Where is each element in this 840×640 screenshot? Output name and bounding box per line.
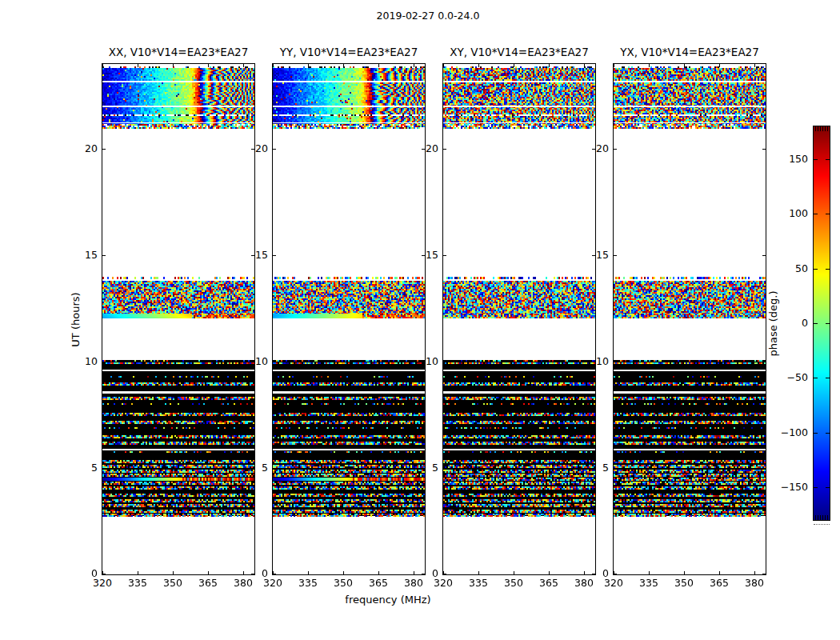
tick-mark: [762, 574, 766, 574]
y-tick-label: 10: [255, 355, 268, 368]
y-axis-label: UT (hours): [70, 264, 83, 376]
tick-mark: [102, 468, 106, 469]
tick-mark: [614, 255, 617, 256]
panel-title-yx: YX, V10*V14=EA23*EA27: [602, 46, 778, 58]
tick-mark: [614, 362, 617, 362]
tick-mark: [102, 362, 106, 362]
heatmap-panel-yy: [272, 63, 426, 575]
tick-mark: [208, 571, 209, 574]
y-tick-label: 10: [85, 355, 98, 368]
heatmap-canvas-yx: [614, 64, 766, 574]
tick-mark: [273, 64, 274, 67]
panel-title-xy: XY, V10*V14=EA23*EA27: [431, 46, 607, 58]
x-tick-label: 365: [703, 577, 735, 590]
y-tick-label: 0: [602, 567, 609, 580]
tick-mark: [414, 571, 414, 574]
tick-mark: [208, 64, 209, 67]
tick-mark: [762, 468, 766, 469]
tick-mark: [762, 255, 766, 256]
y-tick-label: 15: [85, 249, 98, 262]
colorbar-tick-label: −50: [787, 371, 808, 384]
x-tick-label: 350: [157, 577, 189, 590]
y-tick-label: 0: [91, 567, 98, 580]
y-tick-label: 5: [91, 462, 98, 474]
x-tick-label: 365: [192, 577, 224, 590]
x-axis-label: frequency (MHz): [268, 594, 508, 606]
tick-mark: [251, 468, 254, 469]
x-tick-label: 335: [462, 577, 494, 590]
y-tick-label: 5: [262, 462, 268, 474]
heatmap-panel-yx: [613, 63, 766, 575]
y-tick-label: 5: [432, 462, 438, 474]
tick-mark: [138, 64, 138, 67]
tick-mark: [378, 64, 379, 67]
tick-mark: [138, 571, 138, 574]
tick-mark: [719, 571, 720, 574]
tick-mark: [273, 149, 276, 150]
y-tick-label: 10: [596, 355, 609, 368]
tick-mark: [592, 362, 595, 362]
colorbar-bottom-dots: [814, 524, 830, 525]
tick-mark: [684, 571, 685, 574]
y-tick-label: 20: [255, 142, 268, 155]
tick-mark: [308, 64, 309, 67]
tick-mark: [273, 362, 276, 362]
tick-mark: [251, 574, 254, 574]
x-tick-label: 380: [738, 577, 770, 590]
y-tick-label: 20: [426, 142, 438, 155]
colorbar-tick-label: −150: [781, 481, 808, 494]
colorbar-gradient: [814, 126, 830, 520]
tick-mark: [102, 574, 106, 574]
tick-mark: [443, 64, 444, 67]
tick-mark: [754, 64, 755, 67]
tick-mark: [102, 255, 106, 256]
tick-mark: [614, 64, 614, 67]
tick-mark: [762, 362, 766, 362]
tick-mark: [273, 255, 276, 256]
tick-mark: [649, 571, 650, 574]
y-tick-label: 5: [602, 462, 609, 474]
tick-mark: [102, 149, 106, 150]
colorbar: [813, 126, 830, 521]
tick-mark: [592, 468, 595, 469]
heatmap-panel-xx: [102, 63, 255, 575]
tick-mark: [273, 468, 276, 469]
tick-mark: [514, 64, 514, 67]
tick-mark: [719, 64, 720, 67]
tick-mark: [422, 574, 425, 574]
tick-mark: [592, 149, 595, 150]
x-tick-label: 365: [362, 577, 394, 590]
y-tick-label: 20: [85, 142, 98, 155]
x-tick-label: 365: [533, 577, 565, 590]
tick-mark: [754, 571, 755, 574]
tick-mark: [614, 468, 617, 469]
tick-mark: [592, 574, 595, 574]
tick-mark: [592, 255, 595, 256]
figure: 2019-02-27 0.0-24.0 XX, V10*V14=EA23*EA2…: [0, 0, 840, 640]
tick-mark: [443, 149, 446, 150]
x-tick-label: 380: [398, 577, 430, 590]
x-tick-label: 335: [292, 577, 324, 590]
tick-mark: [251, 362, 254, 362]
tick-mark: [443, 255, 446, 256]
tick-mark: [414, 64, 414, 67]
heatmap-canvas-xy: [443, 64, 595, 574]
tick-mark: [308, 571, 309, 574]
tick-mark: [173, 571, 174, 574]
tick-mark: [102, 64, 103, 67]
tick-mark: [549, 571, 550, 574]
tick-mark: [443, 468, 446, 469]
tick-mark: [343, 571, 344, 574]
x-tick-label: 335: [122, 577, 154, 590]
tick-mark: [478, 64, 479, 67]
colorbar-label: phase (deg.): [767, 268, 781, 380]
tick-mark: [243, 571, 244, 574]
y-tick-label: 15: [255, 249, 268, 262]
tick-mark: [443, 574, 446, 574]
tick-mark: [273, 574, 276, 574]
tick-mark: [762, 149, 766, 150]
heatmap-canvas-yy: [273, 64, 425, 574]
colorbar-tick-label: 100: [789, 207, 808, 220]
figure-title: 2019-02-27 0.0-24.0: [16, 10, 840, 22]
tick-mark: [378, 571, 379, 574]
